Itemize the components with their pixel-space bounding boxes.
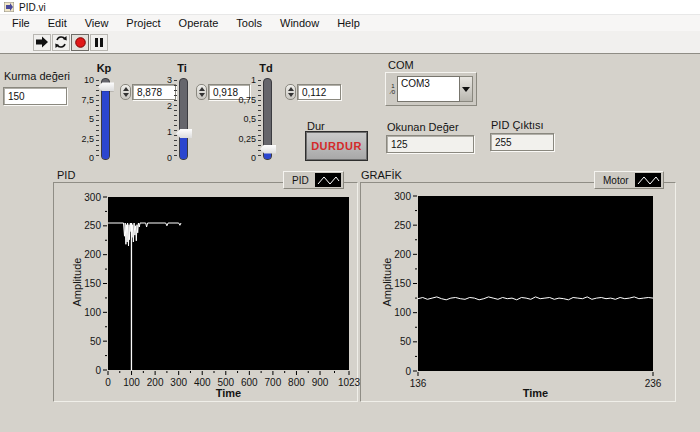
pid-chart-ylabel: Amplitude (71, 212, 83, 352)
kurma-degeri-input[interactable]: 150 (3, 87, 67, 105)
kp-fill (102, 88, 109, 159)
grafik-chart-ylabel: Amplitude (381, 212, 393, 352)
pid-legend-label: PID (292, 175, 309, 186)
menu-project[interactable]: Project (117, 16, 169, 30)
pause-bars-icon (95, 38, 103, 47)
ti-label: Ti (168, 62, 196, 74)
loop-arrows-icon (54, 35, 68, 49)
pid-chart-title: PID (57, 169, 75, 181)
pid-cikti-indicator: 255 (490, 133, 554, 151)
svg-text:100: 100 (84, 307, 101, 318)
menu-bar: File Edit View Project Operate Tools Win… (0, 15, 700, 31)
svg-text:300: 300 (84, 192, 101, 203)
svg-text:250: 250 (394, 220, 411, 231)
td-ticks (258, 80, 261, 159)
kp-slider[interactable]: Kp 107,552,50 (70, 62, 118, 162)
menu-edit[interactable]: Edit (39, 16, 76, 30)
grafik-chart-legend[interactable]: Motor (594, 171, 664, 189)
menu-help[interactable]: Help (328, 16, 369, 30)
pause-button[interactable] (90, 34, 108, 51)
dropdown-arrow-icon[interactable] (460, 76, 473, 102)
ti-spinner[interactable] (196, 84, 207, 100)
run-arrow-icon (35, 35, 49, 49)
svg-text:200: 200 (84, 249, 101, 260)
okunan-deger-label: Okunan Değer (387, 121, 459, 133)
run-button[interactable] (33, 34, 51, 51)
pid-chart: 0501001502002503000100200300400500600700… (53, 182, 358, 402)
kp-ticks (96, 80, 99, 159)
pid-chart-legend[interactable]: PID (283, 171, 344, 189)
pid-cikti-label: PID Çıktısı (491, 119, 544, 131)
svg-text:100: 100 (394, 307, 411, 318)
com-label: COM (388, 59, 414, 71)
kp-spinner[interactable] (120, 84, 131, 100)
svg-text:0: 0 (405, 366, 411, 377)
td-spinner[interactable] (285, 84, 296, 100)
kp-label: Kp (90, 62, 118, 74)
title-bar: PID.vi (0, 0, 700, 15)
grafik-chart-xlabel: Time (418, 387, 653, 399)
svg-text:150: 150 (394, 278, 411, 289)
ti-scale: 3210 (148, 75, 172, 163)
ti-fill (180, 135, 187, 159)
td-slider[interactable]: Td 10,750,50,250 (232, 62, 280, 162)
menu-file[interactable]: File (3, 16, 39, 30)
kurma-degeri-label: Kurma değeri (4, 70, 70, 82)
window-title: PID.vi (19, 2, 46, 13)
td-scale: 10,750,50,250 (232, 75, 256, 163)
run-continuously-button[interactable] (52, 34, 70, 51)
red-dot-icon (74, 36, 87, 49)
td-value[interactable]: 0,112 (297, 84, 341, 100)
vi-app-icon (4, 2, 14, 12)
waveform-icon (315, 173, 341, 187)
svg-text:250: 250 (84, 220, 101, 231)
com-port-dropdown[interactable]: 1⁄0 COM3 (385, 72, 477, 106)
labview-window: PID.vi File Edit View Project Operate To… (0, 0, 700, 432)
waveform-icon (635, 173, 661, 187)
ti-slider[interactable]: Ti 3210 (148, 62, 196, 162)
grafik-chart-title: GRAFİK (361, 169, 402, 181)
menu-window[interactable]: Window (271, 16, 328, 30)
svg-text:200: 200 (394, 249, 411, 260)
svg-text:150: 150 (84, 278, 101, 289)
ti-track[interactable] (179, 78, 188, 160)
menu-operate[interactable]: Operate (170, 16, 228, 30)
okunan-deger-indicator: 125 (386, 135, 474, 153)
svg-text:300: 300 (394, 191, 411, 202)
kp-scale: 107,552,50 (70, 75, 94, 163)
abort-button[interactable] (71, 34, 89, 51)
svg-text:50: 50 (400, 336, 412, 347)
pid-chart-xlabel: Time (108, 387, 349, 399)
grafik-chart-plot: 050100150200250300136236 (361, 183, 677, 403)
grafik-chart: 050100150200250300136236 Amplitude Time (360, 182, 676, 402)
td-label: Td (252, 62, 280, 74)
ti-ticks (174, 80, 177, 159)
menu-view[interactable]: View (76, 16, 118, 30)
svg-text:0: 0 (95, 365, 101, 376)
toolbar (0, 31, 700, 54)
motor-legend-label: Motor (603, 175, 629, 186)
com-port-value[interactable]: COM3 (397, 76, 460, 102)
menu-tools[interactable]: Tools (227, 16, 271, 30)
io-icon: 1⁄0 (389, 76, 397, 102)
pid-chart-plot: 0501001502002503000100200300400500600700… (54, 183, 359, 403)
durdur-stop-button[interactable]: DURDUR (305, 131, 368, 161)
svg-text:50: 50 (90, 336, 102, 347)
